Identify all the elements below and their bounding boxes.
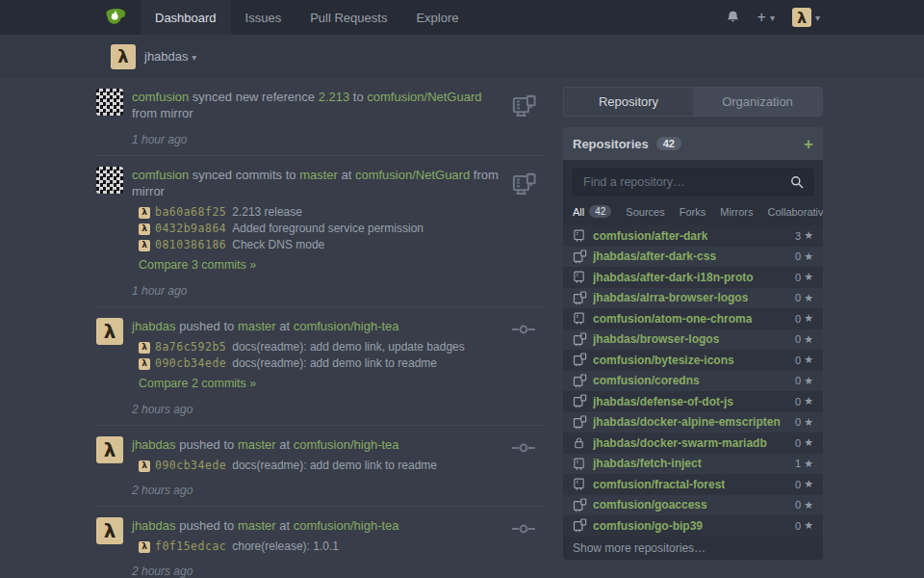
repository-star-count: 0★	[795, 395, 813, 407]
feed-link[interactable]: master	[238, 518, 276, 533]
gitea-logo[interactable]	[104, 0, 141, 35]
feed-link[interactable]: comfusion/NetGuard	[367, 90, 481, 104]
feed-link[interactable]: 2.213	[319, 90, 350, 104]
repository-list-item[interactable]: jhabdas/after-dark-css0★	[563, 247, 823, 268]
user-avatar	[792, 8, 811, 27]
filter-forks[interactable]: Forks	[680, 206, 706, 218]
actor-avatar[interactable]	[96, 167, 123, 194]
tab-repository[interactable]: Repository	[564, 88, 693, 116]
commit-hash-link[interactable]: 090cb34ede	[155, 460, 226, 472]
feed-link[interactable]: jhabdas	[132, 319, 176, 333]
repository-name-link[interactable]: jhabdas/browser-logos	[593, 332, 719, 346]
feed-link[interactable]: comfusion	[132, 168, 189, 182]
repository-name-link[interactable]: comfusion/go-bip39	[593, 519, 703, 533]
actor-avatar[interactable]	[96, 517, 123, 544]
repository-list-item[interactable]: comfusion/atom-one-chroma0★	[563, 308, 823, 329]
fork-icon	[573, 415, 587, 430]
commit-row: 8a76c592b5docs(readme): add demo link, u…	[139, 341, 503, 354]
feed-link[interactable]: comfusion	[132, 90, 189, 104]
user-menu-button[interactable]: ▾	[792, 8, 820, 27]
repository-list-item[interactable]: jhabdas/docker-swarm-mariadb0★	[563, 433, 823, 454]
repository-name-link[interactable]: jhabdas/docker-alpine-emscripten	[593, 415, 781, 429]
context-user-avatar[interactable]	[111, 44, 136, 69]
commit-hash-link[interactable]: ba60a68f25	[155, 206, 226, 219]
repository-name-link[interactable]: jhabdas/after-dark-i18n-proto	[593, 271, 754, 284]
repository-name-link[interactable]: jhabdas/docker-swarm-mariadb	[593, 436, 767, 450]
commit-row: f0f15edcacchore(release): 1.0.1	[139, 540, 503, 553]
chevron-down-icon: ▾	[192, 52, 196, 63]
commit-icon	[503, 318, 544, 416]
feed-item: jhabdas pushed to master at comfusion/hi…	[96, 426, 544, 507]
create-new-button[interactable]: + ▾	[757, 10, 775, 25]
filter-all[interactable]: All42	[573, 205, 611, 218]
repository-list-item[interactable]: comfusion/goaccess0★	[563, 495, 823, 516]
nav-item-issues[interactable]: Issues	[231, 0, 296, 35]
repository-list-item[interactable]: jhabdas/defense-of-dot-js0★	[563, 391, 823, 412]
star-icon: ★	[804, 478, 813, 490]
star-icon: ★	[804, 436, 813, 449]
repository-name-link[interactable]: jhabdas/alrra-browser-logos	[593, 291, 748, 304]
repository-name-link[interactable]: jhabdas/defense-of-dot-js	[593, 395, 733, 408]
commit-hash-link[interactable]: 0432b9a864	[155, 223, 226, 235]
committer-avatar	[139, 460, 150, 472]
feed-link[interactable]: master	[238, 319, 276, 333]
repository-name-link[interactable]: comfusion/coredns	[593, 374, 700, 387]
repository-name-link[interactable]: comfusion/fractal-forest	[593, 478, 725, 491]
repository-list-item[interactable]: jhabdas/alrra-browser-logos0★	[563, 288, 823, 309]
repository-list-item[interactable]: comfusion/after-dark3★	[563, 225, 823, 247]
nav-item-pull-requests[interactable]: Pull Requests	[295, 0, 401, 35]
tab-organization[interactable]: Organization	[693, 88, 822, 116]
notifications-button[interactable]	[726, 10, 740, 25]
repository-list-item[interactable]: comfusion/coredns0★	[563, 371, 823, 392]
nav-item-explore[interactable]: Explore	[401, 0, 473, 35]
commit-row: 0432b9a864Added foreground service permi…	[139, 223, 503, 235]
nav-menu: DashboardIssuesPull RequestsExplore	[141, 0, 473, 35]
feed-text: to	[349, 90, 367, 104]
compare-commits-link[interactable]: Compare 3 commits »	[139, 258, 256, 272]
show-more-repositories-link[interactable]: Show more repositories…	[563, 537, 823, 560]
filter-sources[interactable]: Sources	[626, 206, 664, 218]
feed-link[interactable]: comfusion/high-tea	[294, 518, 399, 533]
feed-link[interactable]: jhabdas	[132, 437, 176, 452]
repository-list-item[interactable]: jhabdas/browser-logos0★	[563, 329, 823, 351]
actor-avatar[interactable]	[96, 318, 123, 345]
repository-name-link[interactable]: jhabdas/fetch-inject	[593, 457, 702, 470]
repository-name-link[interactable]: comfusion/goaccess	[593, 498, 707, 512]
repository-list-item[interactable]: jhabdas/docker-alpine-emscripten0★	[563, 412, 823, 434]
actor-avatar[interactable]	[96, 436, 123, 463]
repository-list-item[interactable]: jhabdas/after-dark-i18n-proto0★	[563, 267, 823, 288]
filter-mirrors[interactable]: Mirrors	[720, 206, 753, 218]
repository-star-count: 0★	[795, 375, 813, 387]
commit-hash-link[interactable]: 090cb34ede	[155, 357, 226, 370]
repository-search-input[interactable]	[573, 169, 813, 196]
nav-item-dashboard[interactable]: Dashboard	[141, 0, 231, 35]
repository-name-link[interactable]: comfusion/atom-one-chroma	[593, 312, 752, 326]
repository-star-count: 0★	[795, 478, 813, 490]
feed-link[interactable]: jhabdas	[132, 518, 176, 533]
feed-link[interactable]: master	[238, 437, 276, 452]
feed-link[interactable]: comfusion/high-tea	[294, 319, 399, 333]
activity-feed: comfusion synced new reference 2.213 to …	[96, 78, 544, 578]
repository-name-link[interactable]: comfusion/bytesize-icons	[593, 354, 734, 367]
commit-hash-link[interactable]: 0810386186	[155, 239, 226, 251]
repository-star-count: 0★	[795, 292, 813, 304]
commit-hash-link[interactable]: 8a76c592b5	[155, 341, 226, 354]
navbar-right: + ▾ ▾	[726, 0, 820, 35]
commit-hash-link[interactable]: f0f15edcac	[155, 540, 226, 553]
new-repository-button[interactable]: +	[804, 136, 813, 152]
compare-commits-link[interactable]: Compare 2 commits »	[139, 377, 256, 390]
commit-icon	[503, 436, 544, 497]
feed-link[interactable]: comfusion/high-tea	[294, 437, 399, 452]
actor-avatar[interactable]	[96, 89, 123, 116]
context-user-switcher[interactable]: jhabdas ▾	[144, 49, 196, 64]
filter-collaborative[interactable]: Collaborative	[767, 206, 823, 218]
feed-link[interactable]: comfusion/NetGuard	[355, 168, 470, 182]
repository-list-item[interactable]: jhabdas/fetch-inject1★	[563, 454, 823, 475]
repository-name-link[interactable]: comfusion/after-dark	[593, 229, 707, 243]
repository-list-item[interactable]: comfusion/fractal-forest0★	[563, 474, 823, 495]
repository-list-item[interactable]: comfusion/go-bip390★	[563, 515, 823, 537]
repository-list-item[interactable]: comfusion/bytesize-icons0★	[563, 350, 823, 371]
feed-link[interactable]: master	[299, 168, 338, 182]
repository-name-link[interactable]: jhabdas/after-dark-css	[593, 250, 716, 263]
feed-text: at	[338, 168, 355, 182]
